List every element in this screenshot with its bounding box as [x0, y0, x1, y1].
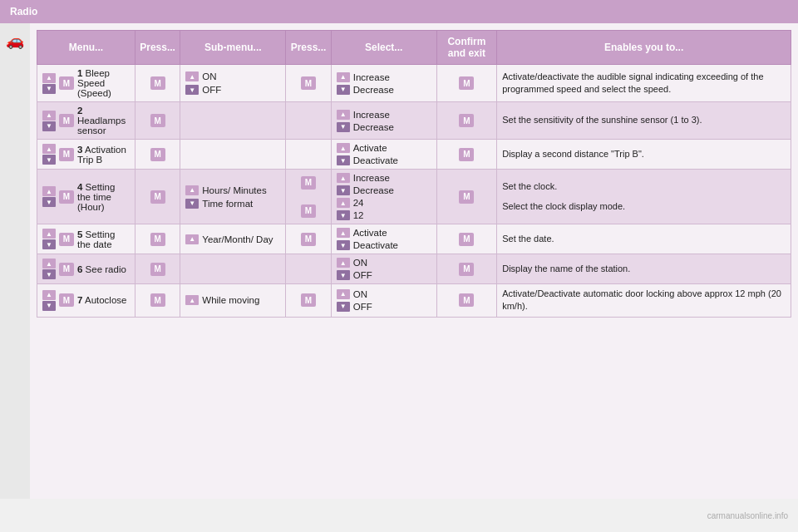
sub-up-arrow: ▲ — [185, 234, 199, 244]
down-arrow[interactable]: ▼ — [42, 121, 56, 131]
m-button[interactable]: M — [150, 190, 165, 204]
table-row: ▲▼M5 Setting the dateM▲Year/Month/ DayM▲… — [37, 224, 791, 254]
down-arrow[interactable]: ▼ — [42, 301, 56, 311]
enables-text: Set the date. — [502, 234, 554, 244]
select-label: 24 — [353, 198, 364, 208]
car-icon: 🚗 — [6, 32, 24, 50]
select-cell: ▲Activate▼Deactivate — [337, 228, 431, 250]
submenu-cell: ▲While moving — [185, 295, 280, 305]
enables-text: Set the sensitivity of the sunshine sens… — [502, 115, 702, 125]
up-arrow-icon: ▲ — [337, 289, 350, 299]
table-row: ▲▼M4 Setting the time (Hour)M▲Hours/ Min… — [37, 170, 791, 224]
m-button[interactable]: M — [459, 190, 474, 204]
up-arrow[interactable]: ▲ — [42, 186, 56, 196]
select-row: ▼Deactivate — [337, 240, 431, 250]
down-arrow-icon: ▼ — [337, 240, 350, 250]
page: Radio 🚗 Menu... Press... Sub-menu... Pre… — [0, 0, 798, 532]
select-label: Increase — [353, 110, 390, 120]
m-button[interactable]: M — [150, 263, 165, 276]
m-button[interactable]: M — [59, 114, 74, 127]
up-down-arrows: ▲▼ — [42, 144, 56, 165]
menu-label: 1 Bleep Speed (Speed) — [77, 68, 130, 98]
m-button[interactable]: M — [59, 148, 74, 161]
select-row: ▲ON — [337, 258, 431, 268]
up-down-arrows: ▲▼ — [42, 259, 56, 279]
m-button[interactable]: M — [301, 233, 316, 246]
submenu-label: Year/Month/ Day — [202, 234, 273, 244]
down-arrow[interactable]: ▼ — [42, 239, 56, 249]
up-arrow[interactable]: ▲ — [42, 144, 56, 154]
footer: carmanualsonline.info — [0, 499, 798, 532]
main-content: Menu... Press... Sub-menu... Press... Se… — [30, 23, 798, 499]
menu-label: 5 Setting the date — [77, 229, 130, 249]
down-arrow-icon: ▼ — [337, 155, 350, 165]
down-arrow[interactable]: ▼ — [42, 155, 56, 165]
m-button[interactable]: M — [301, 293, 316, 307]
down-arrow-icon: ▼ — [337, 85, 350, 95]
down-arrow[interactable]: ▼ — [42, 84, 56, 94]
select-label: Decrease — [353, 122, 394, 132]
m-button[interactable]: M — [150, 114, 165, 127]
table-row: ▲▼M2 Headlamps sensorM▲Increase▼Decrease… — [37, 102, 791, 140]
up-down-arrows: ▲▼ — [42, 73, 56, 94]
submenu-row: ▲ON — [185, 71, 280, 81]
m-button[interactable]: M — [150, 293, 165, 307]
m-button[interactable]: M — [459, 233, 474, 246]
sub-up-arrow: ▲ — [185, 295, 199, 305]
up-arrow[interactable]: ▲ — [42, 73, 56, 83]
submenu-label: Hours/ Minutes — [202, 185, 266, 195]
submenu-label: ON — [202, 71, 216, 81]
select-row: ▲Activate — [337, 228, 431, 238]
m-button[interactable]: M — [459, 148, 474, 161]
m-button[interactable]: M — [301, 76, 316, 90]
select-label: Increase — [353, 72, 390, 82]
select-label: Increase — [353, 173, 390, 183]
enables-text-down: Select the clock display mode. — [502, 200, 786, 213]
select-label: OFF — [353, 302, 372, 312]
select-row: ▼OFF — [337, 302, 431, 312]
up-arrow[interactable]: ▲ — [42, 290, 56, 300]
select-cell: ▲ON▼OFF — [337, 258, 431, 280]
select-label: Decrease — [353, 85, 394, 95]
m-button[interactable]: M — [59, 190, 74, 204]
sub-up-arrow: ▲ — [185, 185, 199, 195]
sub-down-arrow: ▼ — [185, 199, 199, 209]
down-arrow-icon: ▼ — [337, 185, 350, 195]
m-button[interactable]: M — [301, 204, 316, 218]
enables-text-up: Set the clock. — [502, 180, 786, 193]
select-label: ON — [353, 258, 367, 268]
m-button[interactable]: M — [59, 263, 74, 276]
menu-label: 4 Setting the time (Hour) — [77, 182, 130, 212]
col-press2-header: Press... — [286, 31, 331, 65]
menu-label: 6 See radio — [77, 264, 126, 274]
m-button[interactable]: M — [150, 233, 165, 246]
down-arrow[interactable]: ▼ — [42, 269, 56, 279]
up-arrow[interactable]: ▲ — [42, 229, 56, 239]
up-arrow[interactable]: ▲ — [42, 111, 56, 121]
m-button[interactable]: M — [150, 76, 165, 90]
up-arrow[interactable]: ▲ — [42, 259, 56, 268]
select-cell: ▲ON▼OFF — [337, 289, 431, 312]
m-button[interactable]: M — [59, 233, 74, 246]
select-label: Activate — [353, 143, 387, 153]
watermark: carmanualsonline.info — [707, 511, 788, 520]
up-down-arrows: ▲▼ — [42, 186, 56, 207]
menu-cell: ▲▼M1 Bleep Speed (Speed) — [42, 68, 130, 98]
table-row: ▲▼M6 See radioM▲ON▼OFFMDisplay the name … — [37, 254, 791, 284]
select-row: ▲ON — [337, 289, 431, 299]
m-button[interactable]: M — [459, 293, 474, 307]
table-row: ▲▼M1 Bleep Speed (Speed)M▲ON▼OFFM▲Increa… — [37, 65, 791, 102]
m-button[interactable]: M — [59, 76, 74, 90]
m-button[interactable]: M — [459, 263, 474, 276]
main-table: Menu... Press... Sub-menu... Press... Se… — [37, 30, 791, 318]
menu-cell: ▲▼M4 Setting the time (Hour) — [42, 182, 130, 212]
down-arrow[interactable]: ▼ — [42, 197, 56, 207]
col-confirm-header: Confirm and exit — [436, 31, 497, 65]
m-button[interactable]: M — [150, 148, 165, 161]
m-button[interactable]: M — [459, 76, 474, 90]
menu-cell: ▲▼M7 Autoclose — [42, 290, 130, 311]
m-button[interactable]: M — [59, 293, 74, 307]
m-button[interactable]: M — [301, 176, 316, 190]
up-arrow-icon: ▲ — [337, 72, 350, 82]
m-button[interactable]: M — [459, 114, 474, 127]
